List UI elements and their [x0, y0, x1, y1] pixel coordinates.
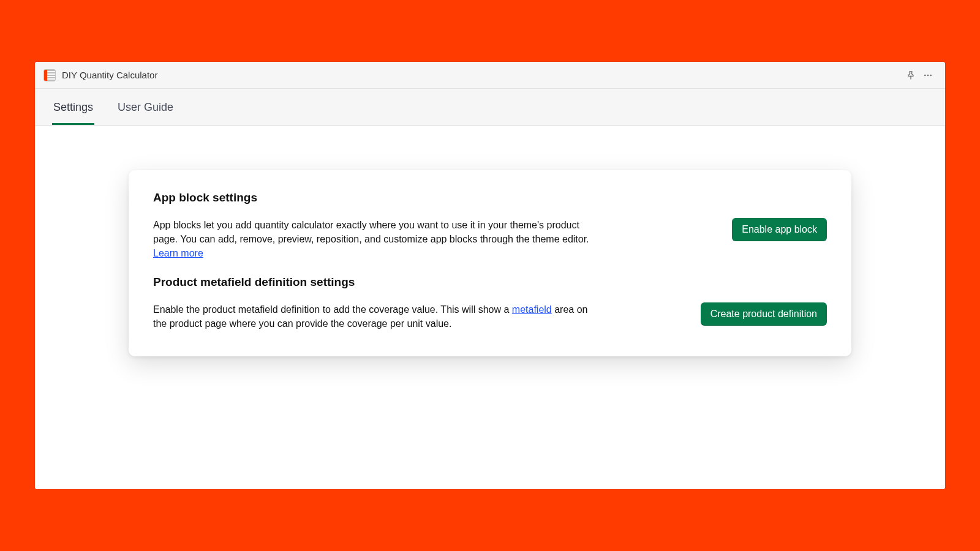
tab-settings[interactable]: Settings	[52, 90, 94, 125]
app-logo-icon	[43, 69, 56, 81]
pin-icon	[906, 70, 916, 80]
settings-card: App block settings App blocks let you ad…	[129, 170, 851, 356]
learn-more-link[interactable]: Learn more	[153, 248, 203, 258]
app-title: DIY Quantity Calculator	[62, 70, 157, 80]
section-title-metafield: Product metafield definition settings	[153, 276, 827, 289]
svg-point-3	[930, 74, 932, 76]
enable-app-block-button[interactable]: Enable app block	[732, 218, 827, 241]
section-desc-app-block: App blocks let you add quantity calculat…	[153, 218, 600, 261]
more-actions-button[interactable]	[919, 67, 937, 84]
app-window: DIY Quantity Calculator Settings User Gu…	[35, 62, 945, 489]
section-desc-app-block-text-before: App blocks let you add quantity calculat…	[153, 220, 589, 244]
create-product-definition-button[interactable]: Create product definition	[701, 302, 827, 326]
section-desc-metafield: Enable the product metafield definition …	[153, 302, 600, 331]
more-horizontal-icon	[923, 70, 933, 80]
pin-button[interactable]	[902, 67, 919, 84]
svg-point-2	[927, 74, 929, 76]
tab-bar: Settings User Guide	[35, 89, 945, 126]
tab-user-guide[interactable]: User Guide	[116, 90, 175, 125]
section-desc-metafield-text-before: Enable the product metafield definition …	[153, 304, 512, 315]
app-header: DIY Quantity Calculator	[35, 62, 945, 89]
content-area: App block settings App blocks let you ad…	[35, 126, 945, 489]
svg-point-1	[924, 74, 926, 76]
section-metafield: Product metafield definition settings En…	[153, 276, 827, 331]
section-app-block: App block settings App blocks let you ad…	[153, 191, 827, 261]
metafield-link[interactable]: metafield	[512, 304, 552, 315]
section-title-app-block: App block settings	[153, 191, 827, 204]
